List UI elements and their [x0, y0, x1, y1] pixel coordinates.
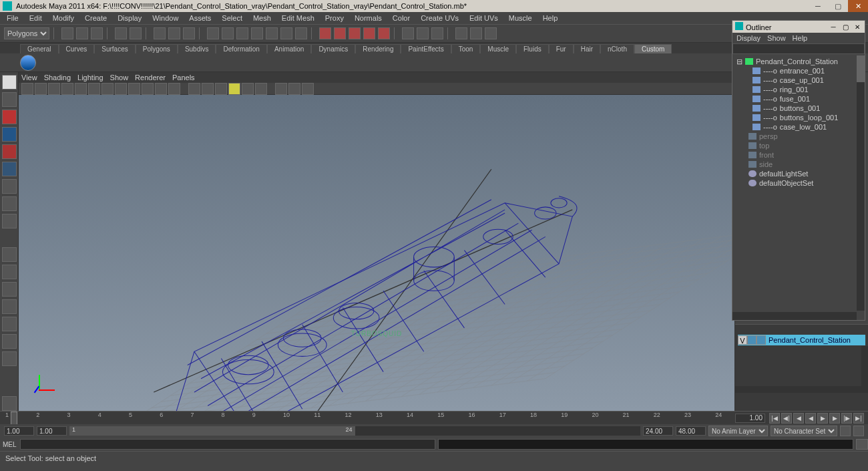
- select-component-icon[interactable]: [183, 27, 195, 39]
- step-forward-button[interactable]: ▶: [829, 413, 840, 424]
- menu-select[interactable]: Select: [216, 13, 248, 23]
- panel-menu-panels[interactable]: Panels: [172, 73, 195, 82]
- shelf-tab-fluids[interactable]: Fluids: [516, 44, 549, 53]
- panel-menu-renderer[interactable]: Renderer: [135, 73, 166, 82]
- snap-point-icon[interactable]: [236, 27, 248, 39]
- outliner-vscrollbar[interactable]: [857, 55, 865, 311]
- shelf-tab-general[interactable]: General: [20, 44, 59, 53]
- menu-modify[interactable]: Modify: [47, 13, 79, 23]
- layer-tab-render-icon[interactable]: [748, 325, 758, 333]
- script-editor-button[interactable]: [856, 439, 868, 450]
- range-bar[interactable]: 1 24: [69, 426, 640, 436]
- outliner-node[interactable]: ----o entrance_001: [734, 66, 863, 75]
- layout-single-icon[interactable]: [2, 247, 17, 262]
- outliner-maximize-button[interactable]: ▢: [841, 22, 850, 31]
- render-settings-icon[interactable]: [378, 27, 390, 39]
- panel-layout-icon[interactable]: [402, 27, 414, 39]
- shelf-tab-subdivs[interactable]: Subdivs: [178, 44, 216, 53]
- playhead[interactable]: [11, 412, 17, 425]
- layer-tab-display-icon[interactable]: [738, 325, 747, 333]
- rotate-tool-icon[interactable]: [2, 144, 17, 159]
- cmd-input[interactable]: [20, 439, 435, 450]
- outliner-minimize-button[interactable]: ─: [829, 22, 838, 31]
- step-forward-key-button[interactable]: |▶: [841, 413, 852, 424]
- outliner-set-node[interactable]: defaultObjectSet: [734, 178, 863, 188]
- save-scene-icon[interactable]: [91, 27, 103, 39]
- panel-four-icon[interactable]: [431, 27, 443, 39]
- shelf-tab-toon[interactable]: Toon: [451, 44, 481, 53]
- vp-xray-icon[interactable]: [288, 83, 300, 95]
- open-scene-icon[interactable]: [76, 27, 88, 39]
- layout-four-icon[interactable]: [2, 265, 17, 279]
- play-forward-button[interactable]: ▶: [817, 413, 828, 424]
- shelf-tab-rendering[interactable]: Rendering: [355, 44, 401, 53]
- vp-wireframe-icon[interactable]: [188, 83, 200, 95]
- panel-single-icon[interactable]: [417, 27, 429, 39]
- redo-icon[interactable]: [130, 27, 142, 39]
- module-selector[interactable]: Polygons: [4, 27, 49, 39]
- shelf-tab-animation[interactable]: Animation: [267, 44, 311, 53]
- outliner-hscrollbar[interactable]: [732, 312, 857, 320]
- outliner-node[interactable]: ----o buttons_001: [734, 104, 863, 113]
- outliner-camera-node[interactable]: persp: [734, 132, 863, 141]
- range-end-field[interactable]: [643, 426, 673, 436]
- layout-hypershade-icon[interactable]: [2, 334, 17, 349]
- layout-graph-icon[interactable]: [2, 351, 17, 366]
- shelf-tab-muscle[interactable]: Muscle: [480, 44, 516, 53]
- expand-icon[interactable]: ⊟: [736, 57, 742, 66]
- shelf-tab-ncloth[interactable]: nCloth: [600, 44, 634, 53]
- menu-create-uvs[interactable]: Create UVs: [415, 13, 464, 23]
- vp-image-plane-icon[interactable]: [48, 83, 60, 95]
- panel-menu-show[interactable]: Show: [110, 73, 129, 82]
- menu-display[interactable]: Display: [112, 13, 147, 23]
- menu-create[interactable]: Create: [79, 13, 112, 23]
- select-tool-icon[interactable]: [2, 75, 17, 90]
- menu-proxy[interactable]: Proxy: [320, 13, 349, 23]
- outliner-titlebar[interactable]: Outliner ─ ▢ ✕: [732, 21, 865, 33]
- vp-textured-icon[interactable]: [215, 83, 227, 95]
- go-to-start-button[interactable]: |◀: [769, 413, 780, 424]
- prefs-icon[interactable]: [853, 426, 864, 436]
- layer-state-toggle[interactable]: [747, 335, 756, 345]
- paint-select-tool-icon[interactable]: [2, 110, 17, 124]
- play-back-button[interactable]: ◀: [805, 413, 816, 424]
- outliner-root-node[interactable]: ⊟ Pendant_Control_Station: [734, 57, 863, 66]
- layer-row[interactable]: V Pendant_Control_Station: [738, 335, 865, 345]
- cmd-language-label[interactable]: MEL: [0, 441, 20, 448]
- anim-start-field[interactable]: [4, 426, 34, 436]
- menu-muscle[interactable]: Muscle: [503, 13, 537, 23]
- shelf-tab-dynamics[interactable]: Dynamics: [311, 44, 355, 53]
- go-to-end-button[interactable]: ▶|: [853, 413, 864, 424]
- vp-2d-pan-icon[interactable]: [61, 83, 73, 95]
- outliner-node[interactable]: ----o ring_001: [734, 85, 863, 94]
- vp-xray-joints-icon[interactable]: [302, 83, 314, 95]
- range-start-field[interactable]: [37, 426, 67, 436]
- shelf-tab-polygons[interactable]: Polygons: [136, 44, 178, 53]
- close-button[interactable]: ✕: [848, 0, 868, 12]
- scale-tool-icon[interactable]: [2, 162, 17, 176]
- new-scene-icon[interactable]: [61, 27, 73, 39]
- snap-grid-icon[interactable]: [207, 27, 219, 39]
- menu-edit-uvs[interactable]: Edit UVs: [464, 13, 503, 23]
- vp-safe-title-icon[interactable]: [168, 83, 180, 95]
- shelf-tab-fur[interactable]: Fur: [549, 44, 574, 53]
- snap-plane-icon[interactable]: [251, 27, 263, 39]
- shelf-tab-deformation[interactable]: Deformation: [216, 44, 266, 53]
- vp-shadows-icon[interactable]: [242, 83, 254, 95]
- minimize-button[interactable]: ─: [808, 0, 828, 12]
- vp-resolution-gate-icon[interactable]: [115, 83, 127, 95]
- current-time-field[interactable]: [735, 414, 765, 423]
- select-hierarchy-icon[interactable]: [154, 27, 166, 39]
- maximize-button[interactable]: ▢: [828, 0, 848, 12]
- outliner-node[interactable]: ----o case_low_001: [734, 122, 863, 132]
- vp-use-lights-icon[interactable]: [228, 83, 240, 95]
- outliner-search-input[interactable]: [732, 43, 865, 54]
- outliner-camera-node[interactable]: top: [734, 141, 863, 150]
- tool-settings-icon[interactable]: [2, 396, 17, 411]
- vp-grid-icon[interactable]: [88, 83, 100, 95]
- anim-end-field[interactable]: [676, 426, 706, 436]
- menu-color[interactable]: Color: [387, 13, 415, 23]
- vp-smooth-shade-icon[interactable]: [202, 83, 214, 95]
- render-icon[interactable]: [319, 27, 331, 39]
- show-manip-icon[interactable]: [2, 214, 17, 228]
